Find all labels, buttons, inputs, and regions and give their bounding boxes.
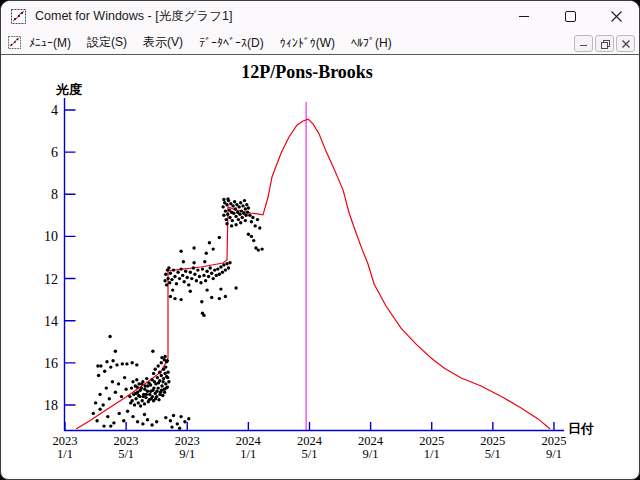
observation-point (208, 241, 211, 244)
mdi-close-icon (622, 40, 630, 48)
y-tick-label: 6 (51, 145, 58, 160)
observation-point (140, 382, 143, 385)
observation-point (117, 382, 120, 385)
observation-point (98, 393, 101, 396)
menu-item-settings[interactable]: 設定(S) (79, 32, 135, 53)
x-tick-year: 2023 (175, 434, 200, 448)
observation-point (173, 275, 176, 278)
observation-point (205, 270, 208, 273)
observation-point (135, 378, 138, 381)
observation-point (192, 261, 195, 264)
y-tick-label: 18 (44, 398, 58, 413)
observation-point (204, 279, 207, 282)
observation-point (125, 362, 128, 365)
observation-point (212, 247, 215, 250)
observation-point (94, 401, 97, 404)
observation-point (216, 267, 219, 270)
observation-point (131, 415, 134, 418)
x-tick-date: 1/1 (240, 447, 256, 461)
observation-point (131, 399, 134, 402)
observation-point (202, 274, 205, 277)
mdi-close-button[interactable] (616, 35, 635, 52)
observation-point (210, 296, 213, 299)
observation-point (170, 425, 173, 428)
observation-point (195, 279, 198, 282)
mdi-restore-button[interactable] (595, 35, 614, 52)
observation-point (156, 376, 159, 379)
maximize-button[interactable] (547, 1, 593, 31)
observation-point (173, 297, 176, 300)
observation-point (130, 386, 133, 389)
minimize-button[interactable] (501, 1, 547, 31)
observation-point (221, 205, 224, 208)
x-tick-year: 2023 (114, 434, 139, 448)
observation-point (243, 199, 246, 202)
observation-point (108, 397, 111, 400)
observation-point (198, 275, 201, 278)
observation-point (126, 410, 129, 413)
graph-client-area: 468101214161820231/120235/120239/120241/… (3, 55, 637, 477)
menu-item-window[interactable]: ｳｨﾝﾄﾞｳ(W) (272, 34, 343, 52)
observation-point (228, 261, 231, 264)
observation-point (218, 273, 221, 276)
observation-point (143, 388, 146, 391)
observation-point (225, 218, 228, 221)
observation-point (161, 380, 164, 383)
menu-item-database[interactable]: ﾃﾞｰﾀﾍﾞｰｽ(D) (191, 34, 272, 52)
x-tick-date: 9/1 (363, 447, 379, 461)
mdi-minimize-button[interactable] (574, 35, 593, 52)
observation-point (157, 364, 160, 367)
observation-point (215, 274, 218, 277)
menu-item-help[interactable]: ﾍﾙﾌﾟ(H) (343, 34, 400, 52)
observation-point (146, 418, 149, 421)
close-button[interactable] (593, 1, 639, 31)
y-tick-label: 8 (51, 187, 58, 202)
observation-point (157, 381, 160, 384)
observation-point (141, 399, 144, 402)
observation-point (172, 414, 175, 417)
observation-point (187, 283, 190, 286)
observation-point (230, 224, 233, 227)
observation-point (108, 335, 111, 338)
observation-point (218, 236, 221, 239)
observation-point (105, 386, 108, 389)
observation-point (98, 408, 101, 411)
y-tick-label: 14 (44, 314, 58, 329)
x-tick-year: 2024 (297, 434, 323, 448)
observation-point (224, 295, 227, 298)
magnitude-chart: 468101214161820231/120235/120239/120241/… (3, 55, 637, 477)
observation-point (234, 207, 237, 210)
observation-point (199, 281, 202, 284)
menu-item-view[interactable]: 表示(V) (135, 32, 191, 53)
x-tick-year: 2025 (480, 434, 505, 448)
observation-point (114, 391, 117, 394)
observation-point (154, 368, 157, 371)
observation-point (219, 287, 222, 290)
observation-point (141, 422, 144, 425)
observation-point (213, 268, 216, 271)
observation-point (225, 262, 228, 265)
observation-point (111, 359, 114, 362)
observation-point (146, 384, 149, 387)
observation-point (133, 403, 136, 406)
y-tick-label: 16 (44, 356, 58, 371)
observation-point (160, 361, 163, 364)
observation-point (196, 268, 199, 271)
observation-point (160, 374, 163, 377)
menu-item-menu[interactable]: ﾒﾆｭｰ(M) (21, 34, 79, 52)
observation-point (128, 395, 131, 398)
observation-point (226, 213, 229, 216)
observation-point (218, 297, 221, 300)
observation-point (176, 422, 179, 425)
observation-point (231, 204, 234, 207)
observation-point (163, 355, 166, 358)
app-icon (11, 9, 26, 24)
observation-point (234, 215, 237, 218)
x-tick-year: 2023 (53, 434, 78, 448)
observation-point (164, 273, 167, 276)
observation-point (95, 419, 98, 422)
observation-point (151, 395, 154, 398)
observation-point (222, 198, 225, 201)
observation-point (163, 391, 166, 394)
observation-point (160, 389, 163, 392)
